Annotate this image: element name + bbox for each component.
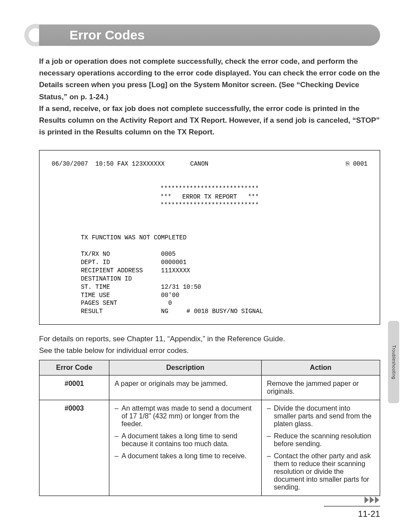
list-item: –Reduce the scanning resolution before s… (267, 432, 375, 448)
page-count-icon: ⎘ (346, 160, 349, 167)
table-row: #0001A paper or originals may be jammed.… (39, 375, 380, 400)
continued-arrows-icon (365, 496, 380, 503)
col-header-error-code: Error Code (39, 360, 109, 375)
heading-pill: Error Codes (39, 24, 380, 46)
page-footer: 11-21 (39, 494, 380, 519)
report-header-right: ⎘ 0001 (346, 160, 368, 168)
intro-paragraph: If a job or operation does not complete … (39, 55, 380, 138)
report-body: TX FUNCTION WAS NOT COMPLETED TX/RX NO 0… (52, 225, 368, 316)
description-cell: A paper or originals may be jammed. (109, 375, 262, 400)
action-cell: –Divide the document into smaller parts … (262, 400, 380, 496)
list-item: –A document takes a long time to receive… (115, 452, 256, 460)
svg-marker-1 (370, 496, 374, 503)
error-code-cell: #0001 (39, 375, 109, 400)
section-side-tab: Troubleshooting (388, 321, 399, 403)
list-item: –Contact the other party and ask them to… (267, 452, 375, 491)
caption-line-1: For details on reports, see Chapter 11, … (39, 333, 380, 345)
action-cell: Remove the jammed paper or originals. (262, 375, 380, 400)
page-number: 11-21 (358, 509, 380, 519)
report-page-count: 0001 (353, 160, 368, 167)
report-title-block: *************************** *** ERROR TX… (52, 185, 368, 209)
side-tab-label: Troubleshooting (391, 345, 396, 379)
footer-rule (324, 506, 380, 506)
error-code-cell: #0003 (39, 400, 109, 496)
col-header-description: Description (109, 360, 262, 375)
caption-line-2: See the table below for individual error… (39, 345, 380, 356)
error-codes-table: Error Code Description Action #0001A pap… (39, 360, 380, 496)
list-item: –An attempt was made to send a document … (115, 405, 256, 428)
list-item: –Divide the document into smaller parts … (267, 405, 375, 428)
heading-title: Error Codes (69, 28, 145, 42)
table-row: #0003–An attempt was made to send a docu… (39, 400, 380, 496)
error-report-sample: 06/30/2007 10:50 FAX 123XXXXXX CANON⎘ 00… (39, 150, 380, 325)
description-cell: –An attempt was made to send a document … (109, 400, 262, 496)
report-caption: For details on reports, see Chapter 11, … (39, 333, 380, 356)
section-heading-bar: Error Codes (39, 24, 380, 46)
list-item: –A document takes a long time to send be… (115, 432, 256, 448)
col-header-action: Action (262, 360, 380, 375)
report-header-left: 06/30/2007 10:50 FAX 123XXXXXX CANON (52, 160, 208, 168)
svg-marker-2 (375, 496, 379, 503)
svg-marker-0 (365, 496, 369, 503)
